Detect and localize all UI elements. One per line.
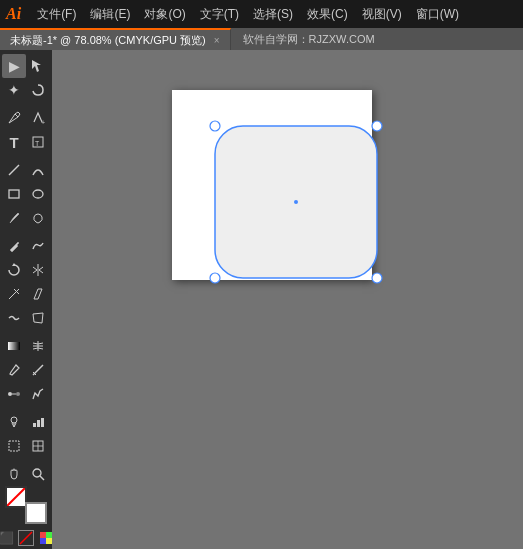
rotate-tool[interactable] xyxy=(2,258,26,282)
canvas-inner[interactable] xyxy=(52,50,523,549)
menu-object[interactable]: 对象(O) xyxy=(138,4,191,25)
tool-row-gradient xyxy=(0,334,52,358)
default-colors-icon[interactable]: ⬛ xyxy=(0,530,14,546)
menu-type[interactable]: 文字(T) xyxy=(194,4,245,25)
no-color-icon[interactable] xyxy=(18,530,34,546)
stroke-swatch[interactable] xyxy=(25,502,47,524)
svg-marker-0 xyxy=(32,60,41,72)
tab-close-button[interactable]: × xyxy=(214,35,220,46)
tool-row-rotate xyxy=(0,258,52,282)
pencil-tool[interactable] xyxy=(2,234,26,258)
shape-container[interactable] xyxy=(207,118,385,286)
menu-window[interactable]: 窗口(W) xyxy=(410,4,465,25)
rounded-rect-shape xyxy=(207,118,385,286)
tool-row-type: T T xyxy=(0,130,52,154)
measure-tool[interactable] xyxy=(26,358,50,382)
menu-bar: 文件(F) 编辑(E) 对象(O) 文字(T) 选择(S) 效果(C) 视图(V… xyxy=(31,4,465,25)
mesh-tool[interactable] xyxy=(26,334,50,358)
svg-line-24 xyxy=(40,476,44,480)
direct-selection-tool[interactable] xyxy=(26,54,50,78)
menu-effect[interactable]: 效果(C) xyxy=(301,4,354,25)
column-graph-tool[interactable] xyxy=(26,410,50,434)
tool-row-blend xyxy=(0,382,52,406)
canvas-area xyxy=(52,50,523,549)
svg-rect-16 xyxy=(33,423,36,427)
tool-row-pencil xyxy=(0,234,52,258)
blend-tool[interactable] xyxy=(2,382,26,406)
tool-row-scale xyxy=(0,282,52,306)
add-anchor-tool[interactable]: + xyxy=(26,106,50,130)
type-tool[interactable]: T xyxy=(2,130,26,154)
svg-point-33 xyxy=(372,121,382,131)
rect-tool[interactable] xyxy=(2,182,26,206)
symbol-sprayer-tool[interactable] xyxy=(2,410,26,434)
zoom-tool[interactable] xyxy=(26,462,50,486)
swatches-container xyxy=(5,486,47,524)
free-distort-tool[interactable] xyxy=(26,306,50,330)
gradient-tool[interactable] xyxy=(2,334,26,358)
color-area: ⬛ xyxy=(0,486,52,549)
tool-row-selection: ▶ xyxy=(0,54,52,78)
main-layout: ▶ ✦ + T T xyxy=(0,50,523,549)
warp-tool[interactable] xyxy=(2,306,26,330)
svg-rect-26 xyxy=(40,532,46,538)
menu-view[interactable]: 视图(V) xyxy=(356,4,408,25)
active-tab[interactable]: 未标题-1* @ 78.08% (CMYK/GPU 预览) × xyxy=(0,28,231,50)
color-icon[interactable] xyxy=(38,530,52,546)
svg-rect-5 xyxy=(9,190,19,198)
svg-line-4 xyxy=(9,165,19,175)
artboard-tool[interactable] xyxy=(2,434,26,458)
tool-row-pen: + xyxy=(0,106,52,130)
line-tool[interactable] xyxy=(2,158,26,182)
toolbar: ▶ ✦ + T T xyxy=(0,50,52,549)
slice-tool[interactable] xyxy=(26,434,50,458)
svg-point-13 xyxy=(16,392,20,396)
tool-row-brush xyxy=(0,206,52,230)
tool-row-magic: ✦ xyxy=(0,78,52,102)
hand-tool[interactable] xyxy=(2,462,26,486)
svg-line-25 xyxy=(20,532,32,544)
shear-tool[interactable] xyxy=(26,282,50,306)
svg-rect-28 xyxy=(40,538,46,544)
menu-select[interactable]: 选择(S) xyxy=(247,4,299,25)
fill-swatch[interactable] xyxy=(5,486,27,508)
reflect-tool[interactable] xyxy=(26,258,50,282)
svg-rect-17 xyxy=(37,420,40,427)
auto-trace-tool[interactable] xyxy=(26,382,50,406)
selection-tool[interactable]: ▶ xyxy=(2,54,26,78)
smooth-tool[interactable] xyxy=(26,234,50,258)
tab-label: 未标题-1* @ 78.08% (CMYK/GPU 预览) xyxy=(10,33,206,48)
lasso-tool[interactable] xyxy=(26,78,50,102)
tool-row-line xyxy=(0,158,52,182)
svg-point-23 xyxy=(33,469,41,477)
title-bar: Ai 文件(F) 编辑(E) 对象(O) 文字(T) 选择(S) 效果(C) 视… xyxy=(0,0,523,28)
scale-tool[interactable] xyxy=(2,282,26,306)
area-type-tool[interactable]: T xyxy=(26,130,50,154)
tool-row-eyedropper xyxy=(0,358,52,382)
ellipse-tool[interactable] xyxy=(26,182,50,206)
svg-point-6 xyxy=(33,190,43,198)
app-logo: Ai xyxy=(6,5,21,23)
blob-brush-tool[interactable] xyxy=(26,206,50,230)
swatch-icons: ⬛ xyxy=(0,530,52,546)
paintbrush-tool[interactable] xyxy=(2,206,26,230)
svg-point-35 xyxy=(372,273,382,283)
menu-file[interactable]: 文件(F) xyxy=(31,4,82,25)
svg-text:T: T xyxy=(35,140,40,147)
tool-row-symbol xyxy=(0,410,52,434)
eyedropper-tool[interactable] xyxy=(2,358,26,382)
svg-point-34 xyxy=(210,273,220,283)
menu-edit[interactable]: 编辑(E) xyxy=(84,4,136,25)
svg-point-31 xyxy=(294,200,298,204)
tool-row-artboard xyxy=(0,434,52,458)
tool-row-rect xyxy=(0,182,52,206)
svg-point-12 xyxy=(8,392,12,396)
magic-wand-tool[interactable]: ✦ xyxy=(2,78,26,102)
svg-rect-18 xyxy=(41,418,44,427)
svg-rect-9 xyxy=(8,342,20,350)
svg-point-15 xyxy=(11,417,17,423)
pen-tool[interactable] xyxy=(2,106,26,130)
tool-row-hand xyxy=(0,462,52,486)
arc-tool[interactable] xyxy=(26,158,50,182)
svg-text:+: + xyxy=(41,119,45,125)
